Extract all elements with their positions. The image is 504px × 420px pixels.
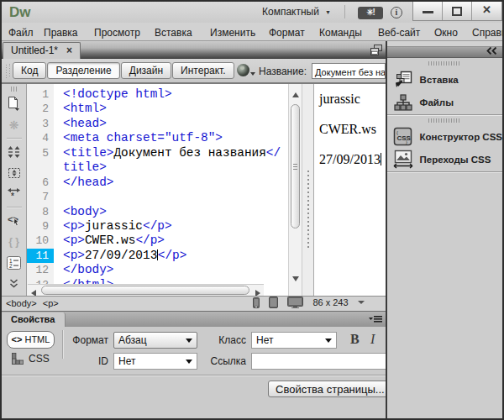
expand-panels-icon[interactable] <box>486 47 497 55</box>
dock-item-label: Вставка <box>420 75 459 85</box>
horizontal-scroll-thumb[interactable] <box>41 286 249 295</box>
document-toolbar: КодРазделениеДизайнИнтеракт. Название: Д… <box>2 59 386 84</box>
italic-button[interactable]: I <box>370 332 375 347</box>
dock-item-2[interactable]: Файлы <box>387 91 502 113</box>
link-input[interactable] <box>251 353 386 370</box>
menu-item-1[interactable]: Файл <box>8 27 34 39</box>
tag-selector-item[interactable]: <body> <box>6 298 37 308</box>
css-stairs-icon <box>12 353 24 365</box>
chevron-down-icon: ▼ <box>325 9 331 15</box>
close-button[interactable]: ✕ <box>472 2 501 20</box>
desktop-preview-icon[interactable] <box>287 297 303 308</box>
toolbar-grip[interactable] <box>6 64 11 78</box>
dock-item-3[interactable]: {CSS}Конструктор CSS <box>387 125 502 148</box>
dreamweaver-window: Dw Компактный▼ ✳! i ✕ ФайлПравкаПросмотр… <box>0 0 504 420</box>
dock-group-grip[interactable] <box>428 118 460 123</box>
menu-item-3[interactable]: Просмотр <box>94 27 140 39</box>
design-caret <box>381 153 382 165</box>
code-tag: </ <box>266 146 281 160</box>
format-select[interactable]: Абзац <box>113 332 197 349</box>
panel-menu-icon[interactable] <box>369 316 382 323</box>
code-line: <meta charset="utf-8"> <box>63 131 288 145</box>
dock-group-grip[interactable] <box>428 61 460 66</box>
design-view[interactable]: jurassicCWER.ws27/09/2013 <box>314 84 386 296</box>
split-view-divider[interactable] <box>302 84 314 296</box>
code-tag: title> <box>63 160 107 174</box>
more-icon[interactable] <box>5 275 24 292</box>
view-button-1[interactable]: Код <box>13 62 46 79</box>
scroll-up-icon[interactable] <box>290 86 301 98</box>
cs-live-icon[interactable]: ✳! <box>358 7 383 19</box>
menu-item-10[interactable]: Справка <box>472 27 502 39</box>
scroll-right-icon[interactable] <box>255 285 263 296</box>
code-horizontal-scrollbar[interactable] <box>28 284 264 296</box>
head-content-icon: ❋ <box>5 116 24 134</box>
document-title-input[interactable]: Документ без названия <box>312 63 386 79</box>
class-select[interactable]: Нет <box>251 332 337 349</box>
info-icon[interactable]: i <box>391 7 402 18</box>
code-tag: </p> <box>143 219 172 233</box>
svg-text:}: } <box>406 139 407 144</box>
document-tab[interactable]: Untitled-1*× <box>3 42 81 59</box>
expand-all-icon[interactable]: * <box>5 185 24 202</box>
code-tag: <head> <box>63 117 107 130</box>
collapse-full-tag-icon[interactable] <box>5 143 24 160</box>
window-size-chevron-icon[interactable] <box>358 301 365 304</box>
menu-item-2[interactable]: Правка <box>44 27 78 39</box>
tag-selector-item[interactable]: <p> <box>43 298 59 308</box>
menu-item-7[interactable]: Команды <box>319 27 362 39</box>
id-select[interactable]: Нет <box>113 353 197 370</box>
code-tag: <p> <box>63 249 85 262</box>
code-view[interactable]: <!doctype html><html><head><meta charset… <box>54 84 288 296</box>
code-vertical-scrollbar[interactable] <box>288 84 302 296</box>
svg-text:CSS: CSS <box>397 134 412 142</box>
page-properties-button[interactable]: Свойства страницы... <box>268 381 386 397</box>
dreamweaver-logo: Dw <box>9 4 31 21</box>
menu-item-9[interactable]: Окно <box>434 27 458 39</box>
view-button-4[interactable]: Интеракт. <box>172 62 234 79</box>
files-icon <box>393 92 413 113</box>
properties-tab[interactable]: Свойства <box>2 312 66 327</box>
preview-globe-icon[interactable] <box>237 64 249 76</box>
workspace-switcher[interactable]: Компактный▼ <box>262 6 331 18</box>
tablet-preview-icon[interactable] <box>269 297 278 308</box>
line-number: 10 <box>27 234 54 248</box>
view-button-2[interactable]: Разделение <box>47 62 119 79</box>
line-number: 12 <box>27 263 54 277</box>
phone-preview-icon[interactable] <box>253 297 260 308</box>
document-title-label: Название: <box>259 66 307 77</box>
minimize-button[interactable] <box>413 2 443 20</box>
menu-item-8[interactable]: Веб-сайт <box>378 27 420 39</box>
menu-item-6[interactable]: Формат <box>269 27 305 39</box>
css-mode-button[interactable]: CSS <box>12 353 50 365</box>
scroll-left-icon[interactable] <box>29 285 36 296</box>
open-documents-icon[interactable] <box>5 95 24 113</box>
menu-item-5[interactable]: Изменить <box>210 27 255 39</box>
document-tab-title: Untitled-1* <box>11 45 58 56</box>
design-paragraph[interactable]: 27/09/2013 <box>319 152 386 167</box>
line-number: 3 <box>27 117 54 131</box>
vertical-scroll-thumb[interactable] <box>291 104 300 228</box>
maximize-button[interactable] <box>443 2 472 20</box>
menu-item-4[interactable]: Вставка <box>155 27 192 39</box>
code-line <box>63 190 288 204</box>
html-mode-button[interactable]: <>HTML <box>7 331 55 349</box>
dock-item-4[interactable]: Переходы CSS <box>387 148 502 171</box>
tag-selector: <body><p> <box>6 298 65 308</box>
view-button-3[interactable]: Дизайн <box>121 62 171 79</box>
bold-button[interactable]: B <box>350 332 360 347</box>
scroll-down-icon[interactable] <box>290 270 301 282</box>
collapse-selection-icon[interactable] <box>5 164 24 181</box>
design-paragraph[interactable]: CWER.ws <box>319 122 386 137</box>
coding-toolbar-grip[interactable] <box>11 87 18 92</box>
dropdown-arrow-icon <box>186 339 192 343</box>
line-numbers-icon[interactable]: 12 <box>5 254 24 271</box>
design-paragraph[interactable]: jurassic <box>319 92 386 107</box>
window-size-value[interactable]: 86 x 243 <box>312 297 348 307</box>
code-tag: <title> <box>63 146 113 160</box>
tab-close-icon[interactable]: × <box>66 45 72 56</box>
dock-item-1[interactable]: Вставка <box>387 68 502 91</box>
select-parent-tag-icon[interactable]: <> <box>5 212 24 229</box>
restore-windows-icon[interactable] <box>370 45 382 55</box>
css-designer-icon: {CSS} <box>393 127 413 147</box>
